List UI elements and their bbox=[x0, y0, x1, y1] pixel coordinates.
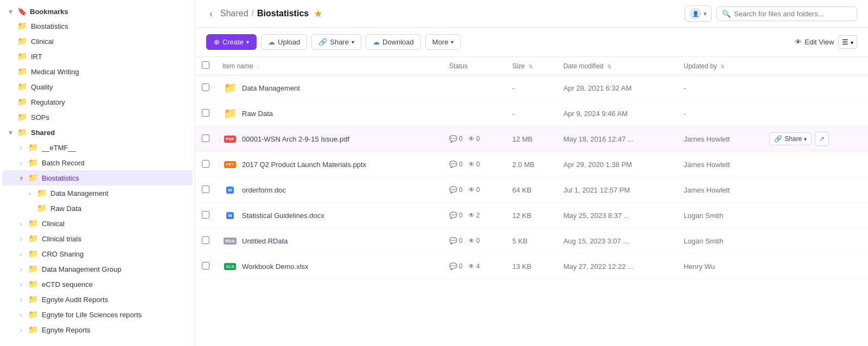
select-all-checkbox[interactable] bbox=[202, 61, 209, 69]
sidebar-item-clinical[interactable]: ›📁Clinical bbox=[2, 216, 193, 231]
sidebar: ▾ 🔖 Bookmarks 📁Biostatistics📁Clinical📁IR… bbox=[0, 0, 195, 346]
download-icon: ☁ bbox=[373, 38, 380, 46]
shared-label: Shared bbox=[31, 129, 55, 137]
actions-cell bbox=[763, 152, 868, 177]
share-row-button[interactable]: 🔗 Share ▾ bbox=[769, 132, 812, 145]
share-button[interactable]: 🔗 Share ▾ bbox=[311, 34, 361, 50]
folder-icon: 📁 bbox=[17, 82, 28, 92]
sidebar-item-ectd-sequence[interactable]: ›📁eCTD sequence bbox=[2, 277, 193, 292]
sidebar-item-egnyte-for-life-sciences-reports[interactable]: ›📁Egnyte for Life Sciences reports bbox=[2, 307, 193, 322]
chevron-icon: › bbox=[17, 265, 25, 273]
item-name-header[interactable]: Item name ↑ bbox=[216, 57, 443, 75]
shared-section[interactable]: ▾ 📁 Shared bbox=[0, 125, 195, 140]
sidebar-item-clinical-trials[interactable]: ›📁Clinical trials bbox=[2, 231, 193, 246]
chevron-icon: › bbox=[17, 220, 25, 227]
file-name[interactable]: 00001-WSN Arch 2-9-15 Issue.pdf bbox=[242, 135, 349, 143]
avatar: 👤 bbox=[690, 8, 701, 20]
row-checkbox[interactable] bbox=[202, 211, 209, 219]
sidebar-item-egnyte-reports[interactable]: ›📁Egnyte Reports bbox=[2, 322, 193, 337]
date-modified-header[interactable]: Date modified ⇅ bbox=[557, 57, 677, 75]
search-input[interactable] bbox=[734, 10, 851, 18]
file-name[interactable]: Statistical Guidelines.docx bbox=[242, 212, 324, 220]
date-modified-cell: May 25, 2023 8:37 ... bbox=[557, 203, 677, 228]
create-label: Create bbox=[222, 38, 244, 46]
more-label: More bbox=[432, 38, 449, 46]
share-chevron-icon: ▾ bbox=[352, 39, 354, 45]
table-row[interactable]: PPT 2017 Q2 Product Launch Materials.ppt… bbox=[195, 152, 868, 177]
size-header[interactable]: Size ⇅ bbox=[506, 57, 557, 75]
send-button[interactable]: ↗ bbox=[815, 132, 829, 146]
bookmark-star-icon[interactable]: ★ bbox=[314, 9, 322, 19]
table-row[interactable]: XLS Workbook Demo.xlsx 💬0 👁4 13 KB May 2… bbox=[195, 254, 868, 279]
file-name[interactable]: Raw Data bbox=[242, 110, 273, 118]
sidebar-item-egnyte-audit-reports[interactable]: ›📁Egnyte Audit Reports bbox=[2, 292, 193, 307]
sidebar-bookmark-regulatory[interactable]: 📁Regulatory bbox=[2, 94, 193, 110]
updated-by-header[interactable]: Updated by ⇅ bbox=[677, 57, 763, 75]
sidebar-bookmark-clinical[interactable]: 📁Clinical bbox=[2, 34, 193, 49]
share-icon: 🔗 bbox=[318, 38, 327, 46]
table-row[interactable]: 📁 Data Management - Apr 28, 2021 6:32 AM… bbox=[195, 75, 868, 101]
row-checkbox[interactable] bbox=[202, 236, 209, 244]
status-header[interactable]: Status bbox=[443, 57, 506, 75]
folder-icon: 📁 bbox=[28, 264, 39, 274]
updated-by-cell: - bbox=[677, 75, 763, 101]
upload-button[interactable]: ☁ Upload bbox=[261, 34, 307, 50]
sidebar-bookmark-medical-writing[interactable]: 📁Medical Writing bbox=[2, 64, 193, 79]
size-sort-icon: ⇅ bbox=[528, 63, 533, 69]
row-checkbox-cell bbox=[195, 254, 216, 279]
more-button[interactable]: More ▾ bbox=[425, 34, 461, 50]
row-checkbox[interactable] bbox=[202, 84, 209, 91]
sidebar-item-batch-record[interactable]: ›📁Batch Record bbox=[2, 155, 193, 170]
send-icon: ↗ bbox=[819, 135, 825, 143]
sidebar-bookmark-biostatistics[interactable]: 📁Biostatistics bbox=[2, 18, 193, 34]
back-button[interactable]: ‹ bbox=[206, 8, 216, 20]
date-modified-cell: Jul 1, 2021 12:57 PM bbox=[557, 177, 677, 203]
file-name[interactable]: Workbook Demo.xlsx bbox=[242, 262, 309, 271]
comment-icon: 💬 bbox=[449, 161, 457, 168]
list-view-button[interactable]: ☰ ▾ bbox=[838, 35, 857, 49]
row-checkbox-cell bbox=[195, 177, 216, 203]
status-cell: 💬0 👁0 bbox=[443, 228, 506, 254]
file-name[interactable]: 2017 Q2 Product Launch Materials.pptx bbox=[242, 161, 366, 169]
file-icon: PPT bbox=[222, 157, 238, 172]
actions-cell bbox=[763, 228, 868, 254]
edit-view-label: Edit View bbox=[805, 38, 834, 46]
sidebar-bookmark-irt[interactable]: 📁IRT bbox=[2, 49, 193, 64]
row-checkbox[interactable] bbox=[202, 134, 209, 142]
row-checkbox[interactable] bbox=[202, 109, 209, 117]
search-container: 🔍 bbox=[716, 7, 857, 21]
date-modified-cell: Apr 9, 2024 9:46 AM bbox=[557, 101, 677, 126]
bookmarks-section[interactable]: ▾ 🔖 Bookmarks bbox=[0, 4, 195, 18]
sidebar-item-cro-sharing[interactable]: ›📁CRO Sharing bbox=[2, 246, 193, 261]
table-row[interactable]: PDF 00001-WSN Arch 2-9-15 Issue.pdf 💬0 👁… bbox=[195, 126, 868, 152]
breadcrumb-root[interactable]: Shared bbox=[220, 9, 248, 18]
folder-icon: 📁 bbox=[17, 52, 28, 61]
sidebar-item-biostatistics[interactable]: ▾📁Biostatistics bbox=[2, 170, 193, 185]
table-row[interactable]: 📁 Raw Data - Apr 9, 2024 9:46 AM - bbox=[195, 101, 868, 126]
row-checkbox[interactable] bbox=[202, 160, 209, 168]
table-row[interactable]: RDA Untitled.RData 💬0 👁0 5 KB Aug 15, 20… bbox=[195, 228, 868, 254]
file-icon: 📁 bbox=[222, 106, 238, 121]
avatar-button[interactable]: 👤 ▾ bbox=[685, 5, 712, 22]
table-row[interactable]: W orderform.doc 💬0 👁0 64 KB Jul 1, 2021 … bbox=[195, 177, 868, 203]
sidebar-bookmark-quality[interactable]: 📁Quality bbox=[2, 79, 193, 94]
download-button[interactable]: ☁ Download bbox=[366, 34, 421, 50]
sidebar-bookmark-sops[interactable]: 📁SOPs bbox=[2, 110, 193, 125]
table-row[interactable]: W Statistical Guidelines.docx 💬0 👁2 12 K… bbox=[195, 203, 868, 228]
file-name[interactable]: Data Management bbox=[242, 84, 300, 92]
edit-view-button[interactable]: 👁 Edit View bbox=[795, 38, 834, 46]
row-checkbox[interactable] bbox=[202, 185, 209, 193]
sidebar-item-raw-data[interactable]: 📁Raw Data bbox=[2, 201, 193, 216]
chevron-icon: › bbox=[17, 250, 25, 258]
chevron-icon: › bbox=[17, 159, 25, 166]
sidebar-item-data-management[interactable]: ›📁Data Management bbox=[2, 185, 193, 201]
file-name[interactable]: Untitled.RData bbox=[242, 237, 288, 245]
create-button[interactable]: ⊕ Create ▾ bbox=[206, 34, 257, 50]
updated-by-cell: James Howlett bbox=[677, 177, 763, 203]
file-name[interactable]: orderform.doc bbox=[242, 186, 286, 194]
sidebar-item-data-management-group[interactable]: ›📁Data Management Group bbox=[2, 261, 193, 277]
avatar-chevron: ▾ bbox=[704, 10, 707, 17]
date-modified-cell: Apr 29, 2020 1:38 PM bbox=[557, 152, 677, 177]
sidebar-item-__etmf__[interactable]: ›📁__eTMF__ bbox=[2, 140, 193, 155]
row-checkbox[interactable] bbox=[202, 262, 209, 270]
